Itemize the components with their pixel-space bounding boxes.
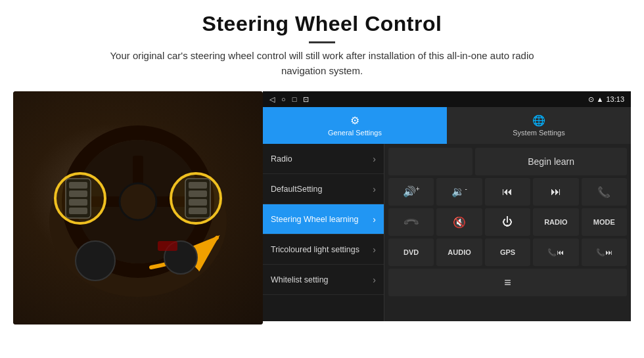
chevron-icon: › bbox=[373, 244, 376, 255]
signal-icon: ▲ bbox=[597, 95, 604, 103]
tab-system[interactable]: 🌐 System Settings bbox=[447, 107, 631, 144]
status-indicators: ⊙ ▲ 13:13 bbox=[588, 95, 624, 104]
content-area: Radio › DefaultSetting › Steering Wheel … bbox=[263, 144, 631, 321]
vol-down-icon: 🔉- bbox=[451, 185, 467, 198]
menu-item-steering[interactable]: Steering Wheel learning › bbox=[263, 204, 384, 235]
menu-item-default[interactable]: DefaultSetting › bbox=[263, 174, 384, 204]
dvd-button[interactable]: DVD bbox=[388, 238, 434, 266]
next-track-icon: ⏭ bbox=[551, 186, 561, 198]
radio-button[interactable]: RADIO bbox=[533, 208, 578, 236]
audio-button[interactable]: AUDIO bbox=[436, 238, 482, 266]
phone-next-button[interactable]: 📞⏭ bbox=[582, 238, 627, 266]
vol-up-icon: 🔊+ bbox=[403, 185, 420, 198]
steering-wheel-image bbox=[13, 91, 263, 324]
chevron-icon: › bbox=[373, 154, 376, 164]
menu-item-tricoloured[interactable]: Tricoloured light settings › bbox=[263, 235, 384, 265]
header-divider bbox=[309, 41, 335, 43]
mode-label: MODE bbox=[593, 218, 615, 226]
chevron-icon: › bbox=[373, 275, 376, 285]
prev-track-icon: ⏮ bbox=[502, 186, 513, 198]
clock: 13:13 bbox=[606, 95, 624, 103]
phone-end-icon: 📞 bbox=[402, 213, 421, 231]
page-title: Steering Wheel Control bbox=[26, 12, 618, 36]
header-description: Your original car's steering wheel contr… bbox=[92, 49, 552, 78]
wheel-svg bbox=[46, 116, 230, 300]
tab-general[interactable]: ⚙ General Settings bbox=[263, 107, 447, 144]
main-content: ◁ ○ □ ⊡ ⊙ ▲ 13:13 ⚙ General Settings 🌐 S… bbox=[0, 85, 644, 328]
recent-icon[interactable]: □ bbox=[292, 95, 297, 104]
gps-label: GPS bbox=[500, 248, 515, 256]
tab-bar: ⚙ General Settings 🌐 System Settings bbox=[263, 107, 631, 144]
general-settings-icon: ⚙ bbox=[350, 114, 359, 127]
chevron-icon: › bbox=[373, 214, 376, 225]
svg-point-18 bbox=[171, 173, 221, 223]
phone-answer-button[interactable]: 📞 bbox=[582, 178, 627, 206]
vol-down-button[interactable]: 🔉- bbox=[436, 178, 482, 206]
prev-track-button[interactable]: ⏮ bbox=[485, 178, 530, 206]
begin-learn-button[interactable]: Begin learn bbox=[475, 148, 627, 175]
phone-next-icon: 📞⏭ bbox=[596, 248, 612, 257]
svg-point-20 bbox=[76, 241, 115, 280]
power-button[interactable]: ⏻ bbox=[485, 208, 530, 236]
phone-prev-button[interactable]: 📞⏮ bbox=[533, 238, 578, 266]
svg-point-6 bbox=[120, 183, 156, 220]
status-bar: ◁ ○ □ ⊡ ⊙ ▲ 13:13 bbox=[263, 91, 631, 107]
mode-button[interactable]: MODE bbox=[582, 208, 627, 236]
phone-prev-icon: 📞⏮ bbox=[547, 248, 564, 257]
phone-answer-icon: 📞 bbox=[597, 186, 610, 198]
next-track-button[interactable]: ⏭ bbox=[533, 178, 578, 206]
mute-icon: 🔇 bbox=[453, 216, 466, 229]
button-row-4: ≡ bbox=[388, 269, 627, 296]
radio-label: RADIO bbox=[544, 218, 567, 226]
android-panel: ◁ ○ □ ⊡ ⊙ ▲ 13:13 ⚙ General Settings 🌐 S… bbox=[263, 91, 631, 321]
power-icon: ⏻ bbox=[502, 216, 513, 228]
tab-general-label: General Settings bbox=[328, 129, 382, 137]
sw-background bbox=[13, 91, 263, 324]
begin-learn-row: Begin learn bbox=[388, 148, 627, 175]
empty-cell bbox=[388, 148, 472, 175]
button-row-2: 📞 🔇 ⏻ RADIO MODE bbox=[388, 208, 627, 236]
button-row-3: DVD AUDIO GPS 📞⏮ 📞⏭ bbox=[388, 238, 627, 266]
audio-label: AUDIO bbox=[448, 248, 471, 256]
svg-point-17 bbox=[55, 173, 105, 223]
menu-item-whitelist[interactable]: Whitelist setting › bbox=[263, 265, 384, 295]
button-row-1: 🔊+ 🔉- ⏮ ⏭ 📞 bbox=[388, 178, 627, 206]
menu-list: Radio › DefaultSetting › Steering Wheel … bbox=[263, 144, 384, 321]
phone-end-button[interactable]: 📞 bbox=[388, 208, 434, 236]
page-header: Steering Wheel Control Your original car… bbox=[0, 0, 644, 85]
gps-button[interactable]: GPS bbox=[485, 238, 530, 266]
chevron-icon: › bbox=[373, 184, 376, 194]
mute-button[interactable]: 🔇 bbox=[436, 208, 482, 236]
list-icon: ≡ bbox=[504, 276, 511, 290]
system-settings-icon: 🌐 bbox=[532, 114, 545, 127]
svg-rect-22 bbox=[158, 241, 177, 251]
list-button[interactable]: ≡ bbox=[388, 269, 627, 296]
home-icon[interactable]: ○ bbox=[281, 95, 286, 104]
screenshot-icon[interactable]: ⊡ bbox=[303, 95, 309, 104]
tab-system-label: System Settings bbox=[513, 129, 564, 137]
vol-up-button[interactable]: 🔊+ bbox=[388, 178, 434, 206]
control-panel: Begin learn 🔊+ 🔉- ⏮ ⏭ bbox=[384, 144, 631, 321]
back-icon[interactable]: ◁ bbox=[269, 95, 275, 104]
location-icon: ⊙ bbox=[588, 95, 594, 104]
dvd-label: DVD bbox=[403, 248, 419, 256]
menu-item-radio[interactable]: Radio › bbox=[263, 144, 384, 174]
nav-icons: ◁ ○ □ ⊡ bbox=[269, 95, 309, 104]
steering-wheel bbox=[46, 116, 230, 300]
